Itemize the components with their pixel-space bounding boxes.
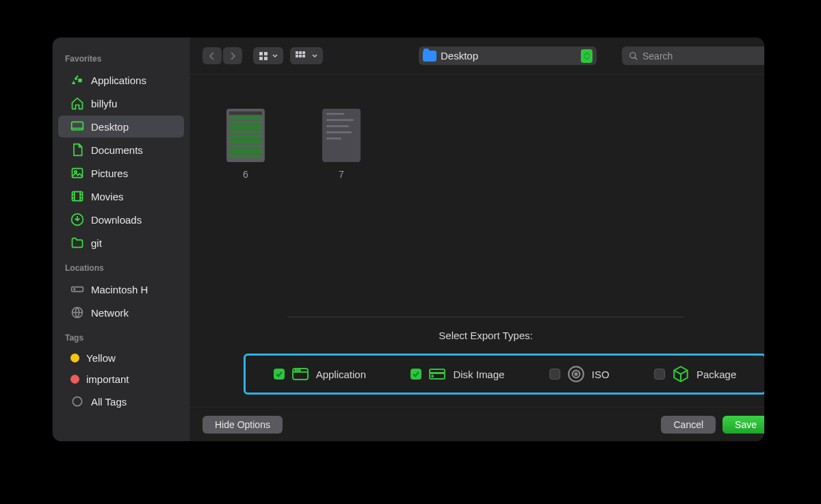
section-header-tags: Tags xyxy=(53,325,190,347)
export-option-package[interactable]: Package xyxy=(654,367,736,382)
export-option-disk-image[interactable]: Disk Image xyxy=(410,367,504,382)
svg-rect-16 xyxy=(296,55,298,57)
sidebar-tag-all[interactable]: All Tags xyxy=(58,390,184,412)
desktop-icon xyxy=(70,120,84,133)
svg-point-22 xyxy=(297,370,298,371)
iso-icon xyxy=(567,367,585,382)
svg-rect-3 xyxy=(73,191,83,200)
sidebar-item-label: Network xyxy=(91,307,129,319)
sidebar-tag-important[interactable]: important xyxy=(58,369,184,389)
sidebar-item-git[interactable]: git xyxy=(58,232,184,254)
sidebar-item-label: Macintosh H xyxy=(91,284,148,295)
svg-rect-11 xyxy=(259,57,263,60)
export-option-label: Disk Image xyxy=(453,369,504,380)
home-icon xyxy=(70,96,84,110)
svg-rect-12 xyxy=(264,57,268,60)
svg-point-23 xyxy=(299,370,300,371)
sidebar-item-label: git xyxy=(91,237,102,249)
document-icon xyxy=(70,143,84,157)
application-icon xyxy=(291,367,309,382)
tag-dot-icon xyxy=(70,354,79,362)
sidebar-item-label: Documents xyxy=(91,144,143,156)
svg-point-8 xyxy=(73,397,81,406)
sidebar-item-documents[interactable]: Documents xyxy=(58,139,184,161)
export-option-label: Application xyxy=(316,369,366,380)
checkbox-icon[interactable] xyxy=(654,369,665,380)
sidebar-item-applications[interactable]: Applications xyxy=(58,69,184,91)
sidebar-item-label: important xyxy=(86,373,129,385)
sidebar-item-label: Downloads xyxy=(91,214,142,226)
sidebar-item-desktop[interactable]: Desktop xyxy=(58,116,184,137)
sidebar-item-label: Pictures xyxy=(91,168,128,179)
search-icon xyxy=(629,51,638,61)
save-button[interactable]: Save xyxy=(722,416,764,434)
chevron-down-icon xyxy=(272,53,278,59)
dialog-footer: Hide Options Cancel Save xyxy=(190,407,764,441)
export-types-highlight: Application Disk Image ISO xyxy=(244,354,764,395)
checkbox-icon[interactable] xyxy=(549,369,560,380)
location-popup[interactable]: Desktop xyxy=(419,47,597,65)
sidebar-item-label: Desktop xyxy=(91,121,129,133)
sidebar-item-pictures[interactable]: Pictures xyxy=(58,162,184,184)
section-header-locations: Locations xyxy=(53,255,190,277)
svg-point-21 xyxy=(295,370,296,371)
sidebar-item-label: Yellow xyxy=(86,352,116,364)
checkbox-icon[interactable] xyxy=(274,369,285,380)
file-item[interactable]: 7 xyxy=(317,109,365,303)
export-options-panel: Select Export Types: Application Disk Im… xyxy=(190,310,764,407)
folder-icon xyxy=(70,236,84,250)
sidebar-item-network[interactable]: Network xyxy=(58,302,184,323)
file-name: 6 xyxy=(243,169,248,180)
svg-rect-18 xyxy=(302,55,305,57)
location-label: Desktop xyxy=(441,50,577,62)
file-thumbnail xyxy=(322,109,361,162)
toolbar: Desktop xyxy=(190,38,764,75)
sidebar-item-downloads[interactable]: Downloads xyxy=(58,209,184,230)
tag-dot-icon xyxy=(70,375,79,384)
svg-rect-13 xyxy=(296,51,298,54)
nav-back-button[interactable] xyxy=(203,47,222,64)
search-field[interactable] xyxy=(622,47,764,65)
main-panel: Desktop 6 xyxy=(190,38,764,441)
svg-rect-17 xyxy=(299,55,302,57)
folder-icon xyxy=(423,51,436,62)
group-mode-button[interactable] xyxy=(290,47,323,64)
globe-icon xyxy=(70,306,84,319)
checkbox-icon[interactable] xyxy=(410,369,421,380)
nav-forward-button[interactable] xyxy=(223,47,242,64)
sidebar-item-label: All Tags xyxy=(91,396,127,408)
svg-rect-1 xyxy=(73,168,83,177)
export-option-label: Package xyxy=(696,369,736,380)
downloads-icon xyxy=(70,213,84,226)
export-option-application[interactable]: Application xyxy=(274,367,366,382)
pictures-icon xyxy=(70,166,84,180)
svg-point-28 xyxy=(575,373,577,375)
sidebar-tag-yellow[interactable]: Yellow xyxy=(58,348,184,368)
disk-image-icon xyxy=(428,367,446,382)
svg-point-25 xyxy=(432,375,433,377)
package-icon xyxy=(672,367,690,382)
hide-options-button[interactable]: Hide Options xyxy=(203,416,283,434)
chevron-down-icon xyxy=(312,53,317,59)
view-mode-icon-button[interactable] xyxy=(253,47,283,64)
hard-drive-icon xyxy=(70,282,84,296)
sidebar-item-home[interactable]: billyfu xyxy=(58,92,184,114)
svg-point-19 xyxy=(630,52,636,57)
sidebar: Favorites Applications billyfu Desktop D… xyxy=(53,38,190,441)
export-option-label: ISO xyxy=(592,369,610,380)
all-tags-icon xyxy=(70,395,84,408)
save-dialog-window: Favorites Applications billyfu Desktop D… xyxy=(53,38,764,441)
sidebar-item-label: billyfu xyxy=(91,98,117,109)
file-item[interactable]: 6 xyxy=(222,109,270,303)
search-input[interactable] xyxy=(642,51,762,62)
cancel-button[interactable]: Cancel xyxy=(661,416,716,434)
file-browser[interactable]: 6 7 xyxy=(190,75,764,310)
svg-rect-10 xyxy=(264,52,268,55)
svg-rect-9 xyxy=(259,52,263,55)
svg-point-6 xyxy=(74,289,75,290)
sidebar-item-macintosh-hd[interactable]: Macintosh H xyxy=(58,278,184,300)
sidebar-item-movies[interactable]: Movies xyxy=(58,185,184,207)
export-option-iso[interactable]: ISO xyxy=(549,367,610,382)
svg-rect-14 xyxy=(299,51,302,54)
stepper-icon xyxy=(581,49,592,63)
